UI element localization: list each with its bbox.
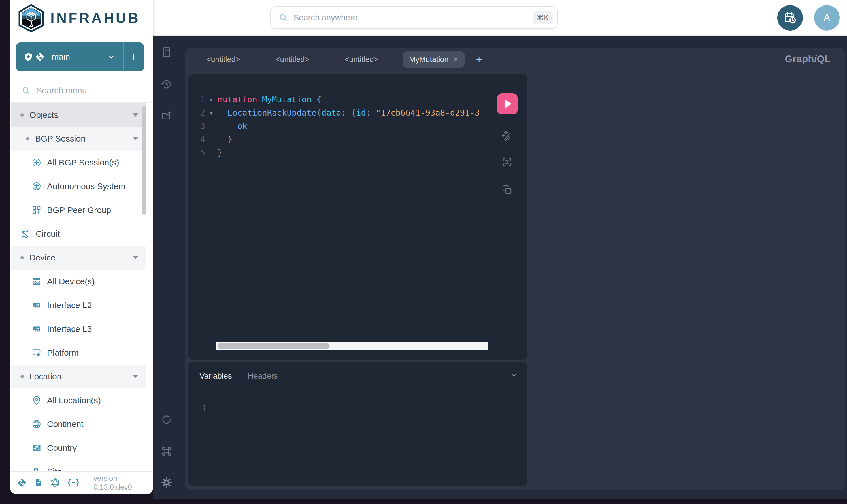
collapse-chevron-icon[interactable] [510, 371, 518, 379]
caret-down-icon[interactable] [133, 256, 138, 259]
logo-text: INFRAHUB [50, 10, 140, 26]
graphiql-region: <untitled><untitled><untitled>MyMutation… [153, 36, 847, 499]
caret-down-icon[interactable] [133, 137, 138, 141]
search-icon [21, 86, 31, 95]
sidebar-item-interface-l2[interactable]: Interface L2 [11, 293, 146, 317]
open-collection-button[interactable] [159, 108, 174, 123]
code-line: 4 } [188, 133, 494, 146]
branch-selector[interactable]: main + [16, 42, 144, 71]
tab-headers[interactable]: Headers [248, 372, 278, 381]
sidebar-footer: version 0.13.0.dev0 [10, 471, 153, 494]
sidebar-item-platform[interactable]: Platform [11, 341, 146, 365]
document-icon[interactable] [34, 478, 43, 488]
avatar[interactable]: A [814, 5, 840, 31]
location-pin-icon [32, 396, 41, 405]
sidebar-item-continent[interactable]: Continent [11, 412, 146, 436]
sidebar-scrollbar[interactable] [142, 106, 146, 215]
sidebar-item-label: All Location(s) [47, 396, 101, 405]
copy-query-button[interactable] [500, 183, 514, 197]
sidebar-item-label: Circuit [36, 229, 60, 239]
history-button[interactable] [159, 77, 174, 92]
sidebar-item-objects[interactable]: Objects [11, 103, 146, 127]
code-text: LocationRackUpdate(data: {id: "17cb6641-… [217, 106, 480, 120]
search-shortcut-badge: ⌘K [533, 11, 553, 24]
sidebar-item-bgp-session[interactable]: BGP Session [11, 127, 146, 151]
code-text: } [217, 146, 223, 159]
sidebar-item-label: Device [30, 253, 55, 263]
scrollbar-thumb[interactable] [217, 343, 330, 349]
search-menu-input[interactable]: Search menu [21, 82, 141, 100]
bullet-icon [20, 256, 24, 259]
fold-arrow-icon[interactable]: ▼ [205, 106, 217, 120]
code-text: ok [217, 120, 247, 133]
copy-icon [501, 183, 513, 196]
create-branch-button[interactable]: + [123, 42, 144, 71]
sidebar-item-country[interactable]: Country [11, 436, 146, 460]
refetch-schema-button[interactable] [159, 412, 174, 427]
tab-untitled-1[interactable]: <untitled> [202, 55, 244, 64]
platform-icon [32, 348, 41, 358]
editor-horizontal-scrollbar[interactable] [216, 342, 488, 350]
shortcuts-button[interactable] [159, 444, 174, 459]
graphiql-logo: GraphiQL [785, 53, 831, 65]
prettify-button[interactable] [500, 129, 514, 142]
sidebar-item-location[interactable]: Location [11, 365, 146, 389]
braces-icon[interactable] [67, 479, 79, 487]
sidebar-item-label: All Device(s) [47, 277, 94, 286]
sidebar-item-autonomous-system[interactable]: Autonomous System [11, 175, 146, 198]
tab-mymutation[interactable]: MyMutation× [403, 51, 464, 68]
fold-arrow-icon[interactable]: ▼ [205, 93, 217, 106]
interface-icon [32, 324, 41, 334]
new-tab-button[interactable]: + [476, 54, 482, 66]
git-branch-icon[interactable] [17, 478, 27, 488]
tab-untitled-3[interactable]: <untitled> [340, 55, 383, 64]
sidebar-item-all-device-s[interactable]: All Device(s) [11, 270, 146, 293]
code-line: 2▼ LocationRackUpdate(data: {id: "17cb66… [188, 106, 494, 120]
sidebar-item-bgp-peer-group[interactable]: BGP Peer Group [11, 198, 146, 222]
caret-down-icon[interactable] [133, 375, 138, 378]
circuit-icon [20, 229, 30, 239]
prettify-sparkle-icon [501, 129, 513, 142]
interface-icon [32, 301, 41, 310]
sidebar-item-circuit[interactable]: Circuit [11, 222, 146, 246]
tab-label: MyMutation [409, 55, 449, 64]
sidebar-item-device[interactable]: Device [11, 246, 146, 270]
settings-button[interactable] [159, 475, 174, 490]
time-travel-button[interactable] [777, 5, 803, 31]
docs-book-icon [161, 46, 173, 58]
code-text: mutation MyMutation { [217, 93, 321, 106]
merge-fragments-button[interactable] [500, 155, 514, 169]
graphql-icon[interactable] [50, 478, 60, 488]
sidebar-item-label: Continent [47, 419, 83, 429]
git-branch-icon [35, 52, 45, 62]
global-search-input[interactable]: Search anywhere ⌘K [270, 6, 558, 29]
sidebar-item-interface-l3[interactable]: Interface L3 [11, 317, 146, 341]
execute-query-button[interactable] [497, 93, 518, 114]
search-menu-placeholder: Search menu [36, 86, 87, 95]
peer-group-icon [32, 205, 41, 215]
tab-untitled-2[interactable]: <untitled> [271, 55, 313, 64]
close-tab-icon[interactable]: × [454, 55, 458, 64]
sidebar-item-all-location-s[interactable]: All Location(s) [11, 389, 146, 412]
sidebar-item-all-bgp-session-s[interactable]: All BGP Session(s) [11, 151, 146, 175]
fold-gutter [205, 120, 217, 133]
line-number: 2 [188, 106, 205, 120]
version-label: version 0.13.0.dev0 [93, 474, 153, 491]
gear-icon [161, 476, 173, 488]
infrahub-logo[interactable]: INFRAHUB [17, 3, 140, 33]
query-editor[interactable]: 1▼mutation MyMutation {2▼ LocationRackUp… [188, 74, 527, 360]
fold-gutter [205, 133, 217, 146]
calendar-clock-icon [783, 11, 797, 25]
caret-down-icon[interactable] [133, 113, 138, 116]
bullet-icon [20, 375, 24, 378]
tab-variables[interactable]: Variables [199, 372, 232, 381]
sidebar: INFRAHUB main + Search menu ObjectsBGP S… [10, 0, 153, 494]
search-icon [279, 13, 288, 22]
chevron-down-icon[interactable] [108, 53, 115, 60]
infrahub-hexagon-icon [17, 3, 45, 33]
code-lines: 1▼mutation MyMutation {2▼ LocationRackUp… [188, 93, 494, 159]
avatar-initial: A [824, 12, 830, 24]
line-number: 3 [188, 120, 205, 133]
graphiql-panel: <untitled><untitled><untitled>MyMutation… [185, 48, 845, 490]
docs-button[interactable] [159, 45, 174, 59]
